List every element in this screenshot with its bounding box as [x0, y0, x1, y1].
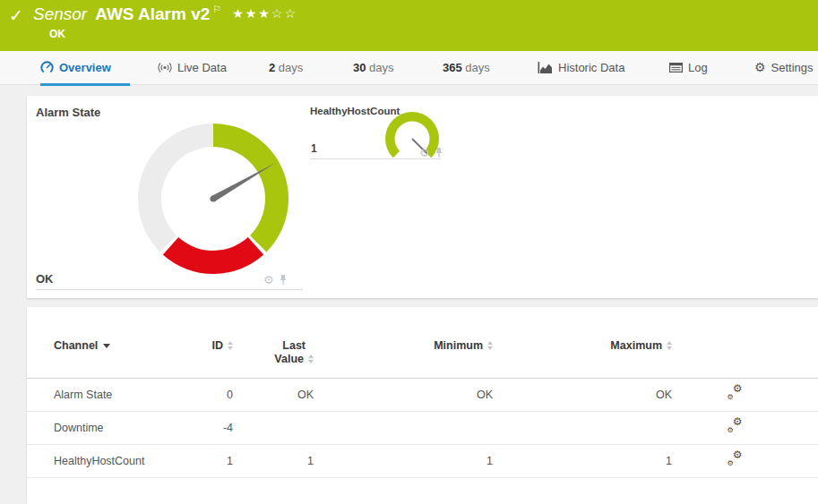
page-title: AWS Alarm v2 [95, 4, 210, 24]
table-row[interactable]: HealthyHostCount 1 1 1 1 ⚙⚙ [27, 445, 818, 478]
column-header-last-value[interactable]: Last Value [233, 339, 314, 379]
cell-id: 1 [193, 445, 233, 478]
sensor-status-badge: OK [49, 28, 65, 40]
cell-minimum [314, 412, 493, 445]
main-gauge-value: OK [36, 272, 54, 286]
tab-log[interactable]: Log [669, 51, 708, 85]
sort-icon [228, 341, 233, 350]
tab-overview[interactable]: Overview [40, 51, 130, 85]
cell-minimum: 1 [314, 445, 493, 478]
main-gauge-divider [36, 289, 303, 290]
gauge-segment-empty [138, 124, 213, 252]
sort-icon [487, 341, 493, 350]
sensor-header: ✓ Sensor AWS Alarm v2 ⚐ ★★★☆☆ OK [0, 0, 818, 51]
tab-365-days[interactable]: 365 days [443, 51, 490, 85]
tab-label: days [369, 61, 393, 74]
channel-table: Channel ID Last Value Minimum Maximum Al… [27, 339, 818, 478]
column-label: Value [274, 353, 304, 365]
channel-settings-button[interactable]: ⚙⚙ [672, 412, 797, 445]
column-label: Maximum [610, 339, 662, 352]
gauge-icon [40, 61, 54, 74]
table-row[interactable]: Downtime -4 ⚙⚙ [27, 412, 818, 445]
cell-minimum: OK [314, 379, 493, 412]
gauge-needle-hub [210, 195, 216, 201]
gear-icon: ⚙ [754, 51, 766, 84]
cell-channel[interactable]: HealthyHostCount [27, 445, 193, 478]
tab-historic-data[interactable]: Historic Data [538, 51, 624, 85]
tab-number: 30 [353, 61, 366, 74]
cell-id: 0 [193, 379, 233, 412]
cell-last-value: 1 [233, 445, 314, 478]
gear-icon[interactable]: ⚙ [419, 149, 430, 158]
main-gauge-title: Alarm State [36, 106, 100, 119]
gauge-segment-ok [213, 124, 288, 252]
table-header-row: Channel ID Last Value Minimum Maximum [27, 339, 818, 379]
pin-icon[interactable] [279, 274, 288, 286]
cell-maximum: 1 [493, 445, 672, 478]
status-check-icon: ✓ [9, 5, 23, 26]
channel-gears-icon[interactable]: ⚙⚙ [728, 420, 743, 433]
column-header-maximum[interactable]: Maximum [493, 339, 672, 379]
tab-label: Historic Data [558, 61, 624, 74]
sort-desc-icon [103, 344, 110, 348]
channel-settings-button[interactable]: ⚙⚙ [672, 379, 797, 412]
tab-label: Log [688, 61, 708, 74]
cell-maximum [493, 412, 672, 445]
tab-30-days[interactable]: 30 days [353, 51, 394, 85]
broadcast-icon [158, 62, 172, 73]
mini-gauge-tools: ⚙ [419, 147, 443, 158]
cell-channel[interactable]: Alarm State [27, 379, 193, 412]
tab-number: 2 [269, 61, 275, 74]
table-row[interactable]: Alarm State 0 OK OK OK ⚙⚙ [27, 379, 818, 412]
gauge-segment-error [163, 237, 263, 274]
column-header-actions [672, 339, 797, 379]
column-header-id[interactable]: ID [193, 339, 233, 379]
cell-last-value: OK [233, 379, 314, 412]
sensor-title-row: Sensor AWS Alarm v2 ⚐ ★★★☆☆ [33, 4, 297, 24]
cell-last-value [233, 412, 314, 445]
channels-panel: Channel ID Last Value Minimum Maximum Al… [27, 307, 818, 504]
tab-label: Overview [59, 61, 111, 74]
main-gauge-tools: ⚙ [263, 274, 288, 286]
tab-bar: Overview Live Data 2 days 30 days 365 da… [0, 51, 818, 85]
pin-icon[interactable] [435, 147, 443, 158]
tab-label: days [465, 61, 489, 74]
tab-settings[interactable]: ⚙Settings [754, 51, 814, 85]
tab-live-data[interactable]: Live Data [158, 51, 227, 85]
gauges-panel: Alarm State OK ⚙ HealthyHostCount 1 ⚙ [27, 96, 818, 298]
alarm-state-gauge[interactable] [137, 123, 289, 275]
cell-id: -4 [193, 412, 233, 445]
channel-settings-button[interactable]: ⚙⚙ [672, 445, 797, 478]
column-label: Channel [54, 339, 98, 352]
column-header-channel[interactable]: Channel [27, 339, 193, 379]
channel-gears-icon[interactable]: ⚙⚙ [728, 387, 743, 400]
cell-maximum: OK [493, 379, 672, 412]
cell-channel[interactable]: Downtime [27, 412, 193, 445]
tab-label: days [279, 61, 303, 74]
channel-gears-icon[interactable]: ⚙⚙ [728, 453, 743, 466]
sort-icon [308, 355, 314, 363]
area-chart-icon [538, 62, 553, 73]
mini-gauge-value: 1 [311, 142, 317, 155]
tab-2-days[interactable]: 2 days [269, 51, 303, 85]
gear-icon[interactable]: ⚙ [263, 276, 274, 285]
sort-icon [667, 341, 672, 350]
tab-number: 365 [443, 61, 462, 74]
flag-icon[interactable]: ⚐ [212, 4, 221, 15]
log-list-icon [669, 63, 683, 73]
column-label: Minimum [434, 339, 483, 352]
tab-label: Settings [771, 61, 814, 74]
priority-stars[interactable]: ★★★☆☆ [232, 6, 297, 21]
sensor-kind-label: Sensor [33, 4, 87, 24]
column-label: ID [212, 339, 224, 352]
column-header-minimum[interactable]: Minimum [314, 339, 493, 379]
column-label: Last [282, 339, 306, 352]
tab-label: Live Data [177, 61, 227, 74]
